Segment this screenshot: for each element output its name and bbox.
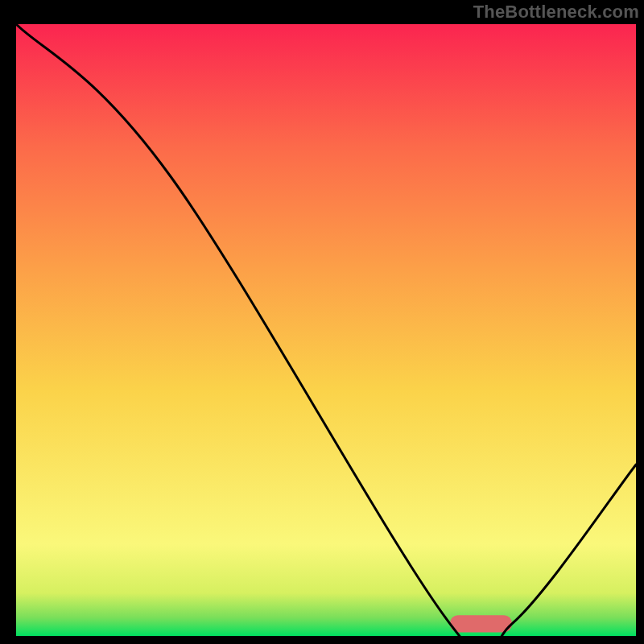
watermark-text: TheBottleneck.com [473,2,639,23]
gradient-background [16,24,636,636]
chart-frame: TheBottleneck.com [0,0,644,644]
plot-area [16,24,636,636]
bottleneck-chart-svg [16,24,636,636]
optimal-range-marker [450,615,512,632]
